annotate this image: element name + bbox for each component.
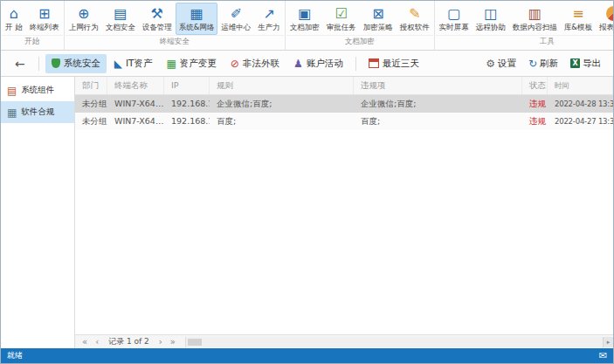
- person-icon: ♟: [293, 58, 303, 69]
- column-header-dept[interactable]: 部门: [75, 77, 107, 94]
- tab-label: 账户活动: [307, 58, 343, 70]
- action-label: 导出: [583, 58, 601, 70]
- table-row[interactable]: 未分组 WIN7-X64… 192.168.1.4 百度; 百度; 违规 202…: [75, 113, 613, 130]
- encryption-policy-icon: ⊠: [372, 5, 383, 22]
- ribbon-item-label: 终端列表: [30, 23, 59, 33]
- date-range-filter[interactable]: 最近三天: [362, 54, 425, 73]
- ribbon-group-start: ⌂ 开 始 ⊞ 终端列表 开始: [1, 1, 65, 50]
- sidebar-item-label: 系统组件: [21, 85, 54, 96]
- scrollbar-thumb[interactable]: [188, 339, 202, 346]
- tab-system-security[interactable]: 系统安全: [45, 54, 107, 73]
- ribbon-item-approval-tasks[interactable]: ☑ 审批任务: [323, 3, 360, 35]
- ribbon-item-terminal-list[interactable]: ⊞ 终端列表: [26, 3, 63, 35]
- tab-it-assets[interactable]: ◣ IT资产: [108, 54, 159, 73]
- ribbon-group-tools: ▢ 实时屏幕 ◫ 远程协助 ▥ 数据内容扫描 ≡ 库&模板 报表中心: [435, 1, 613, 50]
- last-page-button[interactable]: »: [167, 336, 179, 348]
- ribbon-items: ▣ 文档加密 ☑ 审批任务 ⊠ 加密策略 ✎ 授权软件: [286, 3, 433, 35]
- horizontal-scrollbar[interactable]: ▸: [185, 337, 613, 347]
- page-indicator: 记录 1 of 2: [103, 336, 155, 347]
- shield-icon: [52, 58, 60, 68]
- ribbon-item-report-center[interactable]: 报表中心: [596, 3, 613, 35]
- tab-label: 非法外联: [243, 58, 279, 70]
- table-empty-area: [75, 130, 613, 334]
- tab-illegal-outreach[interactable]: ⊘ 非法外联: [224, 54, 286, 73]
- ribbon-item-device-management[interactable]: ⚒ 设备管理: [139, 3, 176, 35]
- sidebar-item-software-compliance[interactable]: ▦ 软件合规: [1, 101, 74, 123]
- ops-center-icon: ✐: [231, 5, 242, 22]
- prohibited-icon: ⊘: [231, 58, 239, 69]
- sidebar: ▤ 系统组件 ▦ 软件合规: [1, 77, 75, 348]
- divider: [38, 57, 39, 71]
- refresh-button[interactable]: ↻ 刷新: [523, 55, 563, 72]
- cell-name: WIN7-X64…: [107, 113, 164, 130]
- ribbon-group-caption: 开始: [2, 35, 63, 50]
- tab-account-activity[interactable]: ♟ 账户活动: [287, 54, 349, 73]
- cell-name: WIN7-X64…: [107, 95, 164, 113]
- ribbon-item-label: 库&模板: [564, 23, 592, 33]
- ribbon-item-document-security[interactable]: ▤ 文档安全: [102, 3, 139, 35]
- status-badge: 违规: [522, 113, 548, 130]
- column-header-name[interactable]: 终端名称: [107, 77, 164, 94]
- tab-asset-changes[interactable]: ▦ 资产变更: [160, 54, 222, 73]
- asset-changes-icon: ▦: [166, 58, 176, 69]
- cell-ip: 192.168.1.4: [164, 95, 210, 113]
- sidebar-item-system-components[interactable]: ▤ 系统组件: [1, 79, 74, 101]
- tab-label: 资产变更: [180, 58, 217, 70]
- ribbon-items: ⊕ 上网行为 ▤ 文档安全 ⚒ 设备管理 ▦ 系统&网络 ✐ 运维中心: [66, 3, 284, 35]
- system-components-icon: ▤: [7, 86, 17, 96]
- ribbon-item-authorized-software[interactable]: ✎ 授权软件: [397, 3, 433, 35]
- ribbon-item-productivity[interactable]: ↗ 生产力: [254, 3, 284, 35]
- settings-button[interactable]: ⚙ 设置: [480, 55, 521, 72]
- realtime-screen-icon: ▢: [447, 5, 460, 22]
- remote-assist-icon: ◫: [484, 5, 497, 22]
- ribbon-item-internet-behavior[interactable]: ⊕ 上网行为: [66, 3, 102, 35]
- ribbon-item-label: 设备管理: [142, 23, 172, 33]
- column-header-status[interactable]: 状态: [522, 77, 548, 94]
- table-row[interactable]: 未分组 WIN7-X64… 192.168.1.4 企业微信;百度; 企业微信;…: [75, 95, 613, 113]
- back-button[interactable]: ←: [8, 55, 32, 72]
- ribbon-item-document-encryption[interactable]: ▣ 文档加密: [286, 3, 323, 35]
- ribbon-item-label: 系统&网络: [179, 23, 215, 33]
- export-button[interactable]: X 导出: [565, 55, 606, 72]
- ribbon: ⌂ 开 始 ⊞ 终端列表 开始 ⊕ 上网行为 ▤ 文档安全: [1, 1, 613, 51]
- status-text: 就绪: [7, 350, 23, 361]
- ribbon-item-remote-assist[interactable]: ◫ 远程协助: [473, 3, 509, 35]
- first-page-button[interactable]: «: [79, 336, 91, 348]
- ribbon-item-realtime-screen[interactable]: ▢ 实时屏幕: [436, 3, 473, 35]
- scrollbar-right-arrow[interactable]: ▸: [603, 337, 613, 347]
- ribbon-item-ops-center[interactable]: ✐ 运维中心: [217, 3, 254, 35]
- cell-rule: 企业微信;百度;: [210, 95, 354, 113]
- authorized-software-icon: ✎: [409, 5, 420, 22]
- ribbon-group-terminal-security: ⊕ 上网行为 ▤ 文档安全 ⚒ 设备管理 ▦ 系统&网络 ✐ 运维中心: [65, 1, 286, 50]
- column-header-rule[interactable]: 规则: [210, 77, 354, 94]
- mail-icon[interactable]: ✉: [599, 350, 607, 361]
- prev-page-button[interactable]: ‹: [92, 336, 102, 348]
- ribbon-item-system-network[interactable]: ▦ 系统&网络: [176, 3, 218, 35]
- excel-export-icon: X: [570, 58, 580, 68]
- action-label: 设置: [498, 58, 516, 70]
- approval-tasks-icon: ☑: [335, 5, 348, 22]
- calendar-icon: [369, 58, 379, 68]
- ribbon-group-caption: 文档加密: [286, 35, 433, 50]
- ribbon-item-label: 授权软件: [400, 23, 430, 33]
- ribbon-item-label: 上网行为: [69, 23, 99, 33]
- column-header-time[interactable]: 时间: [548, 77, 613, 94]
- cell-ip: 192.168.1.4: [164, 113, 210, 130]
- ribbon-item-encryption-policy[interactable]: ⊠ 加密策略: [360, 3, 397, 35]
- ribbon-group-caption: 工具: [436, 35, 613, 50]
- ribbon-item-label: 审批任务: [327, 23, 356, 33]
- cell-violation: 企业微信;百度;: [354, 95, 522, 113]
- ribbon-item-library-templates[interactable]: ≡ 库&模板: [561, 3, 596, 35]
- view-toolbar: ← 系统安全 ◣ IT资产 ▦ 资产变更 ⊘ 非法外联 ♟ 账户活动 最近三天: [1, 51, 613, 77]
- ribbon-item-label: 文档安全: [106, 23, 135, 33]
- column-header-ip[interactable]: IP: [164, 77, 210, 94]
- ribbon-item-content-scan[interactable]: ▥ 数据内容扫描: [509, 3, 561, 35]
- software-compliance-icon: ▦: [7, 107, 17, 118]
- column-header-violation[interactable]: 违规项: [354, 77, 522, 94]
- toolbar-actions: ⚙ 设置 ↻ 刷新 X 导出: [480, 55, 606, 72]
- ribbon-item-start[interactable]: ⌂ 开 始: [2, 3, 26, 35]
- ribbon-item-label: 生产力: [258, 23, 280, 33]
- next-page-button[interactable]: ›: [155, 336, 166, 348]
- ribbon-item-label: 实时屏幕: [439, 23, 469, 33]
- productivity-icon: ↗: [263, 5, 274, 22]
